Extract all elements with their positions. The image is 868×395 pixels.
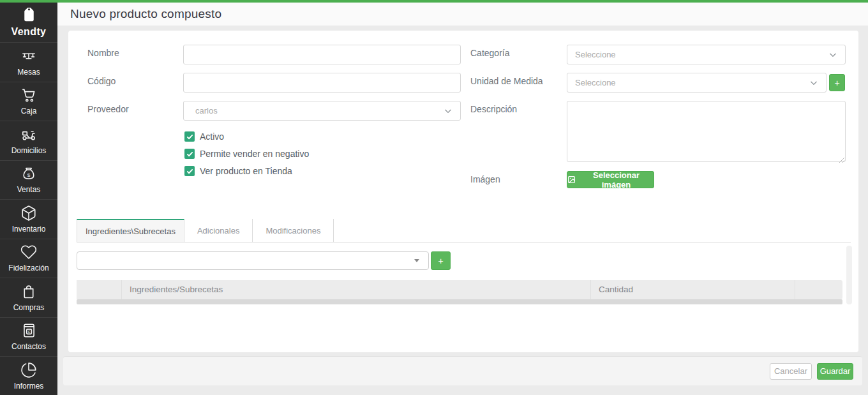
activo-checkbox[interactable]: [184, 131, 195, 142]
ingrediente-select[interactable]: [77, 251, 429, 270]
table-header-blank-left: [77, 280, 122, 299]
content-area: Nombre Código Proveedor carlos Activo Pe…: [57, 26, 868, 395]
money-bag-icon: $: [20, 165, 37, 182]
add-unidad-button[interactable]: +: [829, 74, 845, 91]
descripcion-textarea[interactable]: [567, 101, 846, 162]
tab-adicionales[interactable]: Adicionales: [184, 219, 253, 242]
nombre-label: Nombre: [87, 48, 119, 58]
unidad-select[interactable]: Seleccione: [567, 73, 827, 93]
unidad-label: Unidad de Medida: [470, 76, 543, 86]
categoria-value: Seleccione: [575, 50, 616, 59]
plus-icon: +: [438, 257, 443, 265]
dropdown-arrow-icon: [414, 259, 419, 262]
resize-handle[interactable]: [838, 154, 845, 161]
pie-chart-icon: [20, 362, 37, 378]
sidebar-item-label: Fidelización: [8, 264, 49, 272]
sidebar-item-informes[interactable]: Informes: [0, 356, 57, 395]
check-icon: [186, 133, 193, 140]
categoria-select[interactable]: Seleccione: [567, 45, 846, 64]
cart-icon: [20, 87, 37, 103]
app-root: Vendty Mesas Caja Domicilios $ Ventas: [0, 0, 868, 395]
codigo-input[interactable]: [183, 73, 461, 93]
vertical-scrollbar[interactable]: [846, 246, 852, 304]
chevron-down-icon: [444, 107, 453, 116]
seleccionar-imagen-button[interactable]: Seleccionar imágen: [567, 171, 654, 188]
table-icon: [20, 48, 37, 64]
sidebar-item-label: Mesas: [17, 68, 40, 77]
ver-tienda-checkbox[interactable]: [184, 166, 195, 176]
sidebar-item-label: Compras: [13, 303, 45, 312]
vendty-logo[interactable]: Vendty: [0, 3, 57, 42]
scooter-icon: [20, 126, 37, 143]
sidebar-item-domicilios[interactable]: Domicilios: [0, 121, 57, 160]
table-header-ingredientes: Ingredientes/Subrecetas: [122, 280, 591, 299]
save-button[interactable]: Guardar: [817, 363, 853, 380]
ver-tienda-label: Ver producto en Tienda: [200, 166, 292, 176]
check-icon: [186, 151, 193, 158]
table-header-blank-right: [795, 280, 842, 299]
svg-text:c: c: [28, 329, 31, 334]
check-icon: [186, 168, 193, 175]
sidebar-item-label: Informes: [14, 382, 44, 391]
activo-label: Activo: [200, 131, 224, 142]
sidebar-item-ventas[interactable]: $ Ventas: [0, 160, 57, 200]
cancel-button[interactable]: Cancelar: [770, 363, 812, 380]
heart-icon: [20, 244, 37, 260]
proveedor-value: carlos: [195, 106, 218, 116]
tab-modificaciones[interactable]: Modificaciones: [253, 219, 334, 242]
horizontal-scrollbar[interactable]: [77, 299, 842, 304]
tag-icon: [21, 8, 37, 24]
page-header: Nuevo producto compuesto: [57, 3, 868, 26]
product-form-card: Nombre Código Proveedor carlos Activo Pe…: [68, 31, 858, 352]
shopping-bag-icon: [20, 283, 37, 300]
sidebar-item-mesas[interactable]: Mesas: [0, 42, 57, 82]
vender-negativo-checkbox[interactable]: [184, 149, 195, 159]
sidebar-item-label: Ventas: [17, 185, 41, 194]
chevron-down-icon: [828, 50, 837, 59]
table-header-cantidad: Cantidad: [591, 280, 795, 299]
nombre-input[interactable]: [183, 45, 461, 64]
proveedor-select[interactable]: carlos: [183, 101, 461, 121]
proveedor-label: Proveedor: [87, 104, 129, 114]
form-footer: Cancelar Guardar: [63, 356, 862, 385]
sidebar-item-label: Caja: [21, 107, 37, 116]
sidebar-item-caja[interactable]: Caja: [0, 82, 57, 121]
svg-text:$: $: [27, 172, 31, 178]
sidebar-item-label: Inventario: [12, 225, 46, 234]
sidebar-item-compras[interactable]: Compras: [0, 278, 57, 317]
tab-ingredientes-subrecetas[interactable]: Ingredientes\Subrecetas: [77, 219, 184, 242]
sidebar-item-fidelizacion[interactable]: Fidelización: [0, 239, 57, 278]
descripcion-label: Descripción: [470, 104, 517, 114]
sidebar-item-inventario[interactable]: Inventario: [0, 199, 57, 239]
sidebar: Vendty Mesas Caja Domicilios $ Ventas: [0, 0, 57, 395]
contacts-book-icon: c: [20, 322, 37, 339]
imagen-label: Imágen: [470, 174, 500, 184]
page-title: Nuevo producto compuesto: [57, 3, 868, 26]
tab-bar: Ingredientes\Subrecetas Adicionales Modi…: [77, 219, 851, 242]
top-accent-bar: [0, 0, 868, 3]
vender-negativo-label: Permite vender en negativo: [200, 149, 309, 159]
image-icon: [567, 175, 576, 184]
chevron-down-icon: [809, 78, 818, 87]
seleccionar-imagen-label: Seleccionar imágen: [579, 170, 654, 190]
categoria-label: Categoría: [470, 48, 509, 58]
sidebar-item-label: Contactos: [11, 342, 46, 351]
unidad-value: Seleccione: [575, 78, 616, 87]
codigo-label: Código: [87, 76, 116, 86]
package-icon: [20, 205, 37, 221]
sidebar-item-label: Domicilios: [11, 146, 47, 155]
plus-icon: +: [834, 78, 839, 87]
logo-text: Vendty: [11, 26, 47, 38]
sidebar-item-contactos[interactable]: c Contactos: [0, 317, 57, 357]
add-ingrediente-button[interactable]: +: [431, 251, 451, 270]
